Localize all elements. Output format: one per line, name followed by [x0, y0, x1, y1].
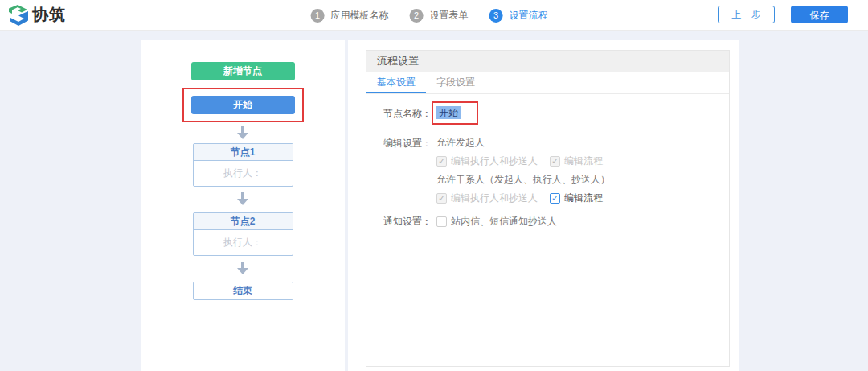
arrow-down-icon	[236, 262, 249, 274]
checkbox-checked-disabled-icon[interactable]	[436, 193, 447, 204]
topbar-actions: 上一步 保存	[718, 6, 848, 23]
arrow-down-icon	[236, 192, 249, 205]
node-name-row: 节点名称： 开始	[383, 106, 711, 126]
step-1-label: 应用模板名称	[331, 9, 389, 23]
edit-settings-row: 编辑设置： 允许发起人 编辑执行人和抄送人 编辑流程 允许干系人（发起人、	[383, 136, 711, 204]
step-2-label: 设置表单	[430, 9, 469, 23]
step-set-form[interactable]: 2 设置表单	[410, 9, 469, 23]
checkbox-checked-disabled-icon[interactable]	[550, 156, 560, 167]
node-1[interactable]: 节点1 执行人：	[193, 143, 293, 187]
end-node[interactable]: 结束	[193, 282, 293, 300]
stakeholder-option-edit-flow[interactable]: 编辑流程	[550, 192, 603, 204]
node-1-executor-label: 执行人：	[194, 161, 293, 186]
arrow-down-icon	[236, 126, 249, 139]
allow-initiator-label: 允许发起人	[436, 136, 610, 149]
logo-text: 协筑	[32, 4, 66, 26]
flow-settings-title: 流程设置	[366, 51, 729, 72]
top-bar: 协筑 1 应用模板名称 2 设置表单 3 设置流程 上一步 保存	[0, 0, 868, 31]
notification-label: 通知设置：	[383, 214, 436, 229]
node-1-title: 节点1	[194, 144, 293, 161]
flow-settings-box: 流程设置 基本设置 字段设置 节点名称： 开始 编辑设置： 允许发起人	[366, 50, 730, 367]
notify-option[interactable]: 站内信、短信通知抄送人	[436, 215, 557, 229]
stakeholder-option-edit-flow-label: 编辑流程	[564, 192, 603, 204]
notify-option-label: 站内信、短信通知抄送人	[451, 215, 557, 229]
allow-stakeholder-label: 允许干系人（发起人、执行人、抄送人）	[436, 173, 610, 186]
start-node-annotation-box: 开始	[182, 88, 304, 122]
step-3-label: 设置流程	[510, 9, 548, 23]
start-node-button[interactable]: 开始	[191, 96, 295, 114]
stakeholder-option-edit-people-label: 编辑执行人和抄送人	[451, 192, 538, 204]
step-1-circle: 1	[311, 9, 325, 23]
step-2-circle: 2	[410, 9, 424, 23]
node-2-title: 节点2	[194, 213, 293, 230]
tab-basic-settings[interactable]: 基本设置	[366, 72, 426, 93]
step-app-template-name[interactable]: 1 应用模板名称	[311, 9, 389, 23]
settings-panel: 流程设置 基本设置 字段设置 节点名称： 开始 编辑设置： 允许发起人	[348, 40, 739, 371]
stakeholder-options-row: 编辑执行人和抄送人 编辑流程	[436, 192, 610, 204]
wizard-steps: 1 应用模板名称 2 设置表单 3 设置流程	[311, 0, 548, 31]
node-2[interactable]: 节点2 执行人：	[193, 212, 293, 256]
initiator-options-row: 编辑执行人和抄送人 编辑流程	[436, 155, 610, 167]
xiezhu-logo-icon	[8, 4, 29, 27]
initiator-option-edit-flow-label: 编辑流程	[564, 155, 603, 167]
app-logo: 协筑	[8, 4, 66, 27]
previous-step-button[interactable]: 上一步	[718, 6, 775, 23]
initiator-option-edit-people[interactable]: 编辑执行人和抄送人	[436, 155, 538, 167]
node-name-value[interactable]: 开始	[436, 106, 461, 119]
notification-row: 通知设置： 站内信、短信通知抄送人	[383, 214, 711, 229]
node-name-input[interactable]: 开始	[436, 106, 711, 126]
node-2-executor-label: 执行人：	[194, 230, 293, 255]
step-3-circle: 3	[489, 9, 503, 23]
add-node-button[interactable]: 新增节点	[191, 62, 295, 80]
settings-tabs: 基本设置 字段设置	[366, 72, 729, 94]
initiator-option-edit-people-label: 编辑执行人和抄送人	[451, 155, 538, 167]
checkbox-checked-disabled-icon[interactable]	[436, 156, 447, 167]
workflow-panel: 新增节点 开始 节点1 执行人： 节点2 执行人： 结束	[141, 40, 345, 371]
initiator-option-edit-flow[interactable]: 编辑流程	[550, 155, 603, 167]
checkbox-checked-icon[interactable]	[550, 193, 560, 204]
settings-form: 节点名称： 开始 编辑设置： 允许发起人 编辑执行人和抄送人	[366, 94, 729, 229]
stakeholder-option-edit-people[interactable]: 编辑执行人和抄送人	[436, 192, 538, 204]
edit-settings-label: 编辑设置：	[383, 136, 436, 204]
tab-field-settings[interactable]: 字段设置	[426, 72, 485, 93]
save-button[interactable]: 保存	[791, 6, 848, 23]
checkbox-unchecked-icon[interactable]	[436, 216, 447, 227]
node-name-label: 节点名称：	[383, 106, 436, 126]
step-set-flow[interactable]: 3 设置流程	[489, 9, 548, 23]
